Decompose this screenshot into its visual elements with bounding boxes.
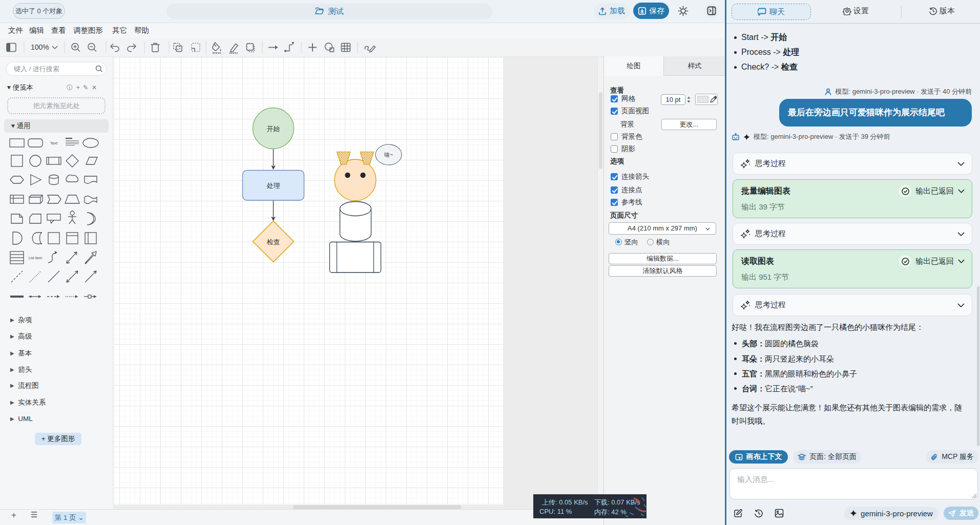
svg-text:Text: Text [50, 141, 58, 145]
svg-text:处理: 处理 [267, 182, 280, 190]
svg-text:检查: 检查 [267, 238, 280, 246]
svg-text:喵~: 喵~ [384, 152, 393, 158]
svg-text:List Item: List Item [29, 256, 43, 260]
svg-text:开始: 开始 [267, 125, 280, 133]
